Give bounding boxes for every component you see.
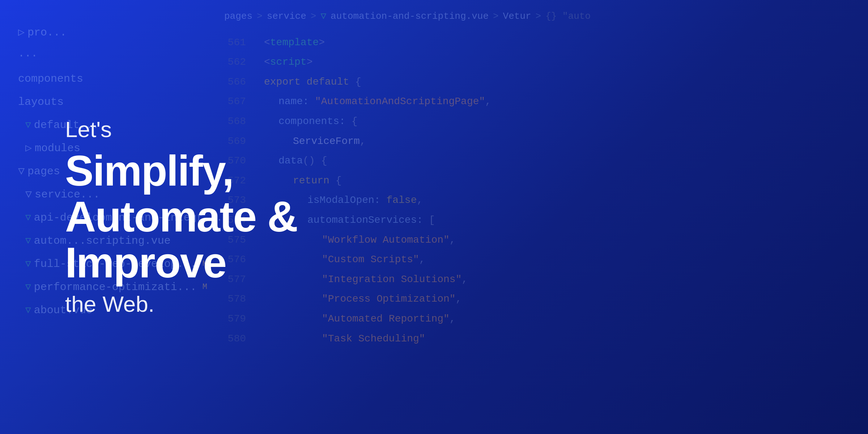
hero-intro: Let's	[65, 115, 391, 144]
hero-headline: Simplify, Automate & Improve	[65, 148, 391, 286]
hero-subline: the Web.	[65, 290, 391, 319]
breadcrumb-bar: pages > service > ▽ automation-and-scrip…	[224, 7, 846, 26]
hero-section: ▷pro... ··· components layouts ▽default.…	[0, 0, 868, 434]
hero-text-block: Let's Simplify, Automate & Improve the W…	[65, 115, 391, 319]
